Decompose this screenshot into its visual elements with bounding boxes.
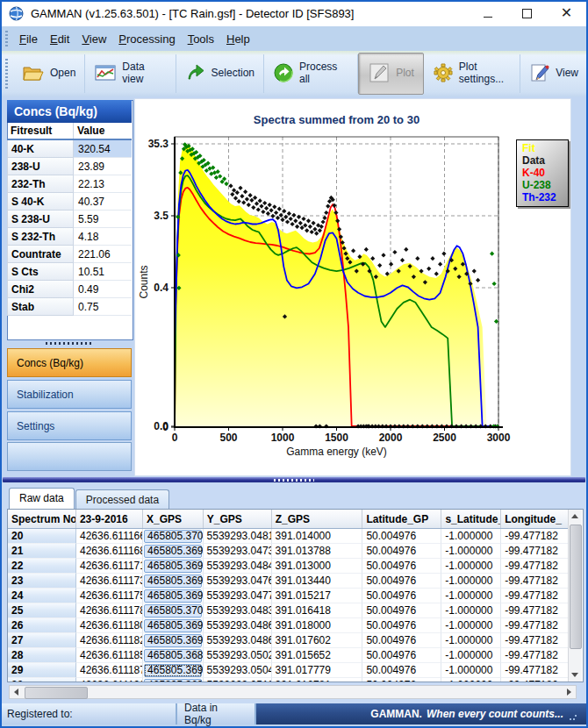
cell-longitude[interactable]: -99.477182 [501,648,571,663]
cell-spectrum-no[interactable]: 28 [8,648,76,663]
cell-z-gps[interactable]: 391.015217 [272,589,363,603]
column-header-s-latitude[interactable]: s_Latitude_ [441,510,501,528]
vertical-scroll-thumb[interactable] [570,525,582,649]
close-button[interactable]: ✕ [547,0,586,26]
column-header-x-gps[interactable]: X_GPS [143,510,204,528]
cell-spectrum-no[interactable]: 20 [8,529,76,544]
cell-longitude[interactable]: -99.477182 [501,559,571,574]
cell-s-latitude[interactable]: -1.000000 [441,633,501,648]
cell-s-latitude[interactable]: -1.000000 [441,648,501,663]
cell-y-gps[interactable]: 5539293.0481 [204,529,272,544]
column-header-latitude-gp[interactable]: Latitude_GP [362,510,441,528]
cell-23-9-2016[interactable]: 42636.611182 [76,633,143,648]
horizontal-scrollbar[interactable] [9,685,577,699]
cell-z-gps[interactable]: 391.015652 [272,648,363,663]
sidebar-button-stabilization[interactable]: Stabilization [7,380,132,409]
column-header-y-gps[interactable]: Y_GPS [204,510,272,528]
cell-23-9-2016[interactable]: 42636.611171 [76,559,143,574]
fitresult-row-s-cts[interactable]: S Cts10.51 [7,263,132,281]
fitresult-row-s-40-k[interactable]: S 40-K40.37 [7,193,132,211]
cell-z-gps[interactable]: 391.014000 [272,529,363,544]
fitresult-row-40-k[interactable]: 40-K320.54 [7,140,132,158]
cell-latitude-gp[interactable]: 50.004976 [362,544,441,559]
cell-spectrum-no[interactable]: 26 [8,618,76,633]
scroll-up-button[interactable] [569,510,581,523]
cell-spectrum-no[interactable]: 25 [8,603,76,618]
menu-view[interactable]: View [75,29,112,49]
menu-tools[interactable]: Tools [182,29,220,49]
cell-x-gps[interactable]: 465805.36908 [143,589,203,603]
cell-23-9-2016[interactable]: 42636.611190 [76,678,143,682]
cell-s-latitude[interactable]: -1.000000 [441,678,501,682]
cell-y-gps[interactable]: 5539293.0504 [204,663,272,678]
horizontal-splitter[interactable] [0,476,588,483]
cell-z-gps[interactable]: 391.013000 [272,559,363,574]
maximize-button[interactable] [507,0,547,26]
cell-s-latitude[interactable]: -1.000000 [441,663,501,678]
toolbar-selection-button[interactable]: Selection [176,54,264,93]
cell-y-gps[interactable]: 5539293.0476 [204,574,272,589]
sidebar-splitter[interactable] [7,339,132,347]
cell-s-latitude[interactable]: -1.000000 [441,603,501,618]
cell-23-9-2016[interactable]: 42636.611185 [76,648,143,663]
cell-x-gps[interactable]: 465805.37025 [143,603,203,618]
cell-s-latitude[interactable]: -1.000000 [441,589,501,603]
fitresult-row-chi2[interactable]: Chi20.49 [7,281,132,298]
cell-y-gps[interactable]: 5539293.0511 [204,678,272,682]
cell-y-gps[interactable]: 5539293.0477 [204,589,272,603]
toolbar-plot-settings-button[interactable]: Plot settings... [424,54,520,93]
column-header-23-9-2016[interactable]: 23-9-2016 [76,510,143,528]
cell-23-9-2016[interactable]: 42636.611180 [76,618,143,633]
tab-processed-data[interactable]: Processed data [75,489,169,509]
horizontal-scroll-thumb[interactable] [25,687,88,699]
cell-spectrum-no[interactable]: 24 [8,589,76,603]
cell-longitude[interactable]: -99.477182 [501,544,571,559]
cell-x-gps[interactable]: 465805.36961 [143,559,203,574]
column-header-longitude[interactable]: Longitude_ [501,510,571,528]
cell-y-gps[interactable]: 5539293.0483 [204,603,272,618]
cell-z-gps[interactable]: 391.016781 [272,678,363,682]
cell-y-gps[interactable]: 5539293.0484 [204,559,272,574]
cell-z-gps[interactable]: 391.017602 [272,633,363,648]
cell-x-gps[interactable]: 465805.36928 [143,678,203,682]
cell-spectrum-no[interactable]: 27 [8,633,76,648]
cell-y-gps[interactable]: 5539293.0486 [204,633,272,648]
cell-longitude[interactable]: -99.477182 [501,529,571,544]
cell-y-gps[interactable]: 5539293.0502 [204,648,272,663]
cell-s-latitude[interactable]: -1.000000 [441,618,501,633]
cell-longitude[interactable]: -99.477182 [501,633,571,648]
column-header-z-gps[interactable]: Z_GPS [272,510,363,528]
cell-s-latitude[interactable]: -1.000000 [441,529,501,544]
cell-x-gps[interactable]: 465805.36998 [143,663,203,678]
minimize-button[interactable] [468,0,507,26]
toolbar-view-button[interactable]: View [520,54,588,93]
menu-processing[interactable]: Processing [112,29,181,49]
cell-23-9-2016[interactable]: 42636.611187 [76,663,143,678]
cell-longitude[interactable]: -99.477182 [501,663,571,678]
cell-x-gps[interactable]: 465805.36986 [143,618,203,633]
menu-file[interactable]: File [13,29,44,49]
cell-latitude-gp[interactable]: 50.004976 [362,603,441,618]
toolbar-open-button[interactable]: Open [13,54,85,93]
cell-longitude[interactable]: -99.477182 [501,589,571,603]
menu-edit[interactable]: Edit [44,29,75,49]
cell-x-gps[interactable]: 465805.36902 [143,574,203,589]
cell-y-gps[interactable]: 5539293.0486 [204,618,272,633]
cell-x-gps[interactable]: 465805.36941 [143,544,203,559]
fitresult-row-238-u[interactable]: 238-U23.89 [7,158,132,175]
cell-spectrum-no[interactable]: 23 [8,574,76,589]
cell-latitude-gp[interactable]: 50.004976 [362,618,441,633]
cell-z-gps[interactable]: 391.013788 [272,544,363,559]
cell-23-9-2016[interactable]: 42636.611178 [76,603,143,618]
column-header-spectrum-no[interactable]: Spectrum No [8,510,76,528]
sidebar-button-concs-bq-kg[interactable]: Concs (Bq/kg) [7,348,132,377]
cell-latitude-gp[interactable]: 50.004976 [362,559,441,574]
cell-s-latitude[interactable]: -1.000000 [441,544,501,559]
menu-help[interactable]: Help [220,29,256,49]
cell-23-9-2016[interactable]: 42636.611175 [76,589,143,603]
cell-longitude[interactable]: -99.477182 [501,618,571,633]
scroll-left-button[interactable] [10,686,23,698]
cell-spectrum-no[interactable]: 21 [8,544,76,559]
cell-latitude-gp[interactable]: 50.004976 [362,529,441,544]
toolbar-data-view-button[interactable]: Data view [85,54,176,93]
